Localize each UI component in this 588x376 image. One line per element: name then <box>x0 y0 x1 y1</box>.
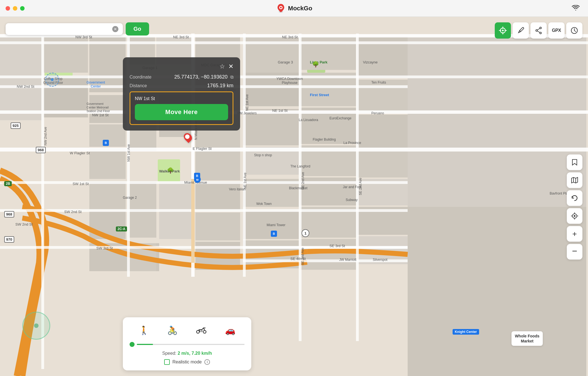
map-label-nw1stave: NW 1st Ave <box>127 144 131 162</box>
highway-shield-2b: 2B <box>4 181 12 186</box>
svg-line-84 <box>537 29 540 30</box>
speed-slider[interactable] <box>130 342 245 347</box>
slider-fill <box>137 344 153 345</box>
map-label-se2ndave-2: SE 2nd Ave <box>301 248 305 265</box>
svg-rect-54 <box>408 36 586 376</box>
popup-favorite-button[interactable]: ☆ <box>219 63 225 70</box>
map-badge-4: B <box>271 231 277 237</box>
search-input-wrapper[interactable]: i–Dade County, Florida, United States ✕ <box>6 23 123 35</box>
svg-rect-37 <box>89 182 126 210</box>
map-label-ne1st: NE 1st St <box>272 108 288 113</box>
svg-rect-28 <box>357 36 408 78</box>
slider-track[interactable] <box>137 344 245 345</box>
map-label-se2ndave: SE 2nd Ave <box>358 178 362 195</box>
realistic-mode-checkbox[interactable] <box>164 359 170 365</box>
share-button[interactable] <box>530 22 547 39</box>
walk-icon[interactable]: 🚶 <box>137 324 151 337</box>
svg-rect-34 <box>357 150 408 178</box>
map-label-nw3rd: NW 3rd St <box>75 35 92 39</box>
svg-point-83 <box>540 32 541 34</box>
distance-value: 1765.19 km <box>207 83 233 89</box>
map-label-subway: Subway <box>346 198 358 202</box>
crosshair-icon <box>499 26 507 35</box>
svg-rect-55 <box>408 207 586 376</box>
realistic-mode-label: Realistic mode <box>173 360 202 365</box>
map-view-button[interactable] <box>567 172 582 188</box>
highway-shield-925: 925 <box>11 122 21 129</box>
go-button[interactable]: Go <box>126 22 149 36</box>
map-label-laprovince: La Province <box>343 141 361 145</box>
svg-rect-8 <box>43 36 88 73</box>
map-label-langford: The Langford <box>290 164 310 168</box>
map-container[interactable]: i–Dade County, Florida, United States ✕ … <box>0 17 588 376</box>
pen-tool-button[interactable] <box>513 22 529 39</box>
svg-rect-70 <box>243 34 246 277</box>
popup-header: ☆ ✕ <box>130 63 233 70</box>
map-label-firststreet: First Street <box>310 93 329 97</box>
svg-rect-33 <box>300 145 356 176</box>
search-input[interactable]: i–Dade County, Florida, United States <box>10 26 112 32</box>
share-icon <box>535 27 542 34</box>
map-label-sw2ndst: SW 2nd St <box>64 210 82 214</box>
location-pin <box>184 133 192 142</box>
copy-coordinate-button[interactable]: ⧉ <box>230 75 233 80</box>
history-button[interactable] <box>566 22 582 39</box>
map-label-tenfruits: Ten Fruits <box>371 81 386 84</box>
map-label-eflagler: E Flagler St <box>193 146 212 151</box>
map-label-vizcayne: Vizcayne <box>363 60 378 64</box>
tree-icon-walkerpark: 🌳 <box>167 167 174 174</box>
gpx-button[interactable]: GPX <box>548 22 565 39</box>
svg-rect-29 <box>300 73 356 106</box>
svg-point-89 <box>197 330 199 333</box>
bookmark-icon <box>571 159 578 166</box>
map-label-ne1stave-2: NE 1st Ave <box>243 172 247 189</box>
zoom-in-button[interactable]: + <box>567 226 582 242</box>
search-clear-button[interactable]: ✕ <box>112 26 118 32</box>
map-label-ne1stave: NE 1st Ave <box>245 94 249 111</box>
slider-handle[interactable] <box>130 342 135 347</box>
move-here-button[interactable]: Move Here <box>135 104 228 120</box>
map-label-nw2ndave: NW 2nd Ave <box>44 127 47 145</box>
svg-rect-47 <box>300 239 356 270</box>
close-button[interactable] <box>6 6 10 11</box>
bookmark-button[interactable] <box>567 154 582 170</box>
svg-rect-46 <box>357 207 408 235</box>
svg-point-94 <box>574 215 575 217</box>
app-name-label: MockGo <box>288 5 312 12</box>
undo-button[interactable] <box>567 190 582 206</box>
svg-rect-73 <box>191 179 195 263</box>
map-label-ne2ndave: NE 2nd Ave <box>301 172 305 190</box>
map-label-ywca: YWCA DowntownPlayhouse <box>276 77 303 85</box>
popup-distance-row: Distance 1765.19 km <box>130 83 233 89</box>
svg-rect-43 <box>195 212 240 240</box>
locate-button[interactable] <box>495 22 511 39</box>
svg-rect-40 <box>159 182 193 210</box>
street-name-label: NW 1st St <box>135 96 228 101</box>
window-controls <box>6 6 25 11</box>
right-buttons-panel: + − <box>567 154 582 259</box>
map-label-stopnshop: Stop n shop <box>254 153 272 157</box>
gps-locate-button[interactable] <box>567 208 582 224</box>
svg-line-88 <box>574 30 576 32</box>
highway-shield-968-2: 968 <box>4 211 14 217</box>
car-icon[interactable]: 🚗 <box>223 324 237 337</box>
highway-shield-2ca: 2C-A <box>116 226 127 231</box>
info-icon[interactable]: i <box>204 359 210 365</box>
maximize-button[interactable] <box>20 6 25 11</box>
svg-point-90 <box>203 330 206 333</box>
popup-close-button[interactable]: ✕ <box>228 63 233 70</box>
map-label-nw1stst-road: NW 1st St <box>92 113 109 117</box>
top-right-toolbar: GPX <box>495 22 582 39</box>
map-label-sw2ndst-2: SW 2nd St <box>15 222 33 226</box>
map-label-silverspot: Silverspot <box>373 258 388 262</box>
svg-rect-38 <box>89 211 126 239</box>
svg-point-81 <box>540 27 541 29</box>
zoom-out-button[interactable]: − <box>567 244 582 259</box>
map-label-wflagler: W Flagler St <box>70 151 90 155</box>
minimize-button[interactable] <box>13 6 17 11</box>
cycle-icon[interactable]: 🚴 <box>166 324 179 337</box>
moped-icon[interactable] <box>194 323 209 337</box>
map-label-sw3rd: SW 3rd St <box>96 246 113 250</box>
svg-rect-41 <box>195 182 240 210</box>
svg-line-80 <box>520 30 521 32</box>
